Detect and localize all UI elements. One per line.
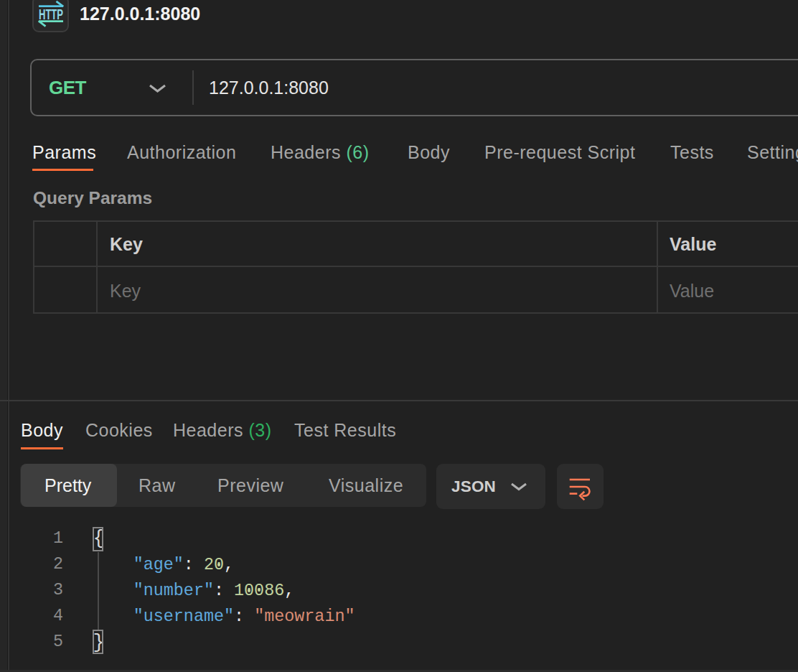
svg-text:HTTP: HTTP: [39, 6, 63, 22]
